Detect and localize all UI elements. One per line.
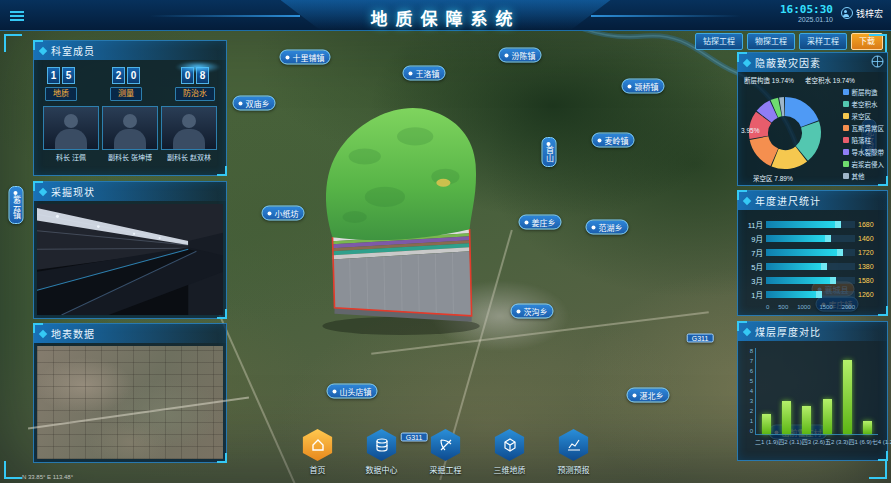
map-label[interactable]: 紫云镇 [9, 186, 24, 224]
coal-bar-四2[interactable] [782, 401, 791, 434]
footage-value: 1380 [858, 263, 882, 270]
map-label[interactable]: 湛北乡 [627, 388, 670, 403]
footage-bar[interactable] [766, 249, 843, 256]
legend-label: 岩浆岩侵入 [852, 159, 885, 169]
tunnel-photo[interactable] [37, 204, 223, 315]
member-group-label[interactable]: 防治水 [175, 87, 215, 101]
donut-callout: 断层构造 19.74% [744, 75, 794, 85]
footage-bar[interactable] [766, 235, 831, 242]
member-people: 科长 汪佩副科长 张坤博副科长 赵双林 [37, 103, 223, 162]
map-label[interactable]: 姜庄乡 [519, 215, 562, 230]
legend-item[interactable]: 采空区 [843, 111, 885, 121]
legend-item[interactable]: 断层构造 [843, 87, 885, 97]
member-group-label[interactable]: 测量 [110, 87, 142, 101]
panel-title: 隐蔽致灾因素 [755, 55, 821, 70]
nav-item-首页[interactable]: 首页 [294, 429, 342, 475]
geology-3d-model[interactable] [294, 86, 496, 338]
legend-item[interactable]: 岩浆岩侵入 [843, 159, 885, 169]
nav-item-数据中心[interactable]: 数据中心 [358, 429, 406, 475]
footage-bar-cap [816, 291, 822, 298]
bottom-nav: 首页数据中心采掘工程三维地质预测预报 [294, 429, 598, 475]
frame-corner [869, 461, 887, 479]
legend-item[interactable]: 其他 [843, 171, 885, 181]
map-label[interactable]: 汾陈镇 [499, 48, 542, 63]
axis-tick: 2000 [842, 304, 855, 310]
donut-callout: 采空区 7.89% [753, 173, 793, 183]
panel-surface-data: 地表数据 [33, 323, 227, 463]
panel-coal-thickness: 煤层厚度对比 876543210 二1 (1.9)四2 (3.1)四3 (2.6… [737, 321, 888, 461]
panel-icon [743, 196, 751, 204]
map-label[interactable]: 范湖乡 [586, 220, 629, 235]
strata-layers [333, 229, 472, 322]
axis-tick: 4 [743, 388, 753, 394]
map-label-text: 湛北乡 [640, 392, 664, 401]
footage-bar[interactable] [766, 277, 836, 284]
toolbar: 钻探工程物探工程采样工程下载 [695, 33, 883, 50]
coal-bar-七4[interactable] [863, 421, 872, 434]
toolbar-button-物探工程[interactable]: 物探工程 [747, 33, 795, 50]
map-label-text: 紫云镇 [12, 195, 21, 219]
member-caption: 副科长 赵双林 [167, 152, 211, 162]
map-label[interactable]: 双庙乡 [233, 96, 276, 111]
panel-icon [39, 46, 47, 54]
map-label[interactable]: 麦岭镇 [592, 133, 635, 148]
footage-row: 11月1680 [743, 217, 882, 231]
axis-tick: 0 [743, 428, 753, 434]
footage-row: 7月1720 [743, 245, 882, 259]
coal-bar-二1[interactable] [762, 414, 771, 434]
nav-label: 首页 [310, 464, 326, 475]
axis-tick: 2 [743, 408, 753, 414]
aerial-photo[interactable] [37, 346, 223, 459]
menu-icon[interactable] [10, 9, 24, 23]
map-label[interactable]: 十里铺镇 [280, 50, 331, 65]
member-count: 20 [112, 67, 140, 84]
coal-bar-五2[interactable] [823, 399, 832, 434]
axis-tick: 500 [778, 304, 788, 310]
nav-item-预测预报[interactable]: 预测预报 [550, 429, 598, 475]
coal-bar-四1[interactable] [843, 360, 852, 434]
map-label[interactable]: 首山 [542, 137, 557, 167]
map-label-text: G311 [692, 335, 709, 342]
map-label[interactable]: 颍桥镇 [622, 79, 665, 94]
donut-callout: 老空积水 19.74% [805, 75, 855, 85]
chart-legend: 断层构造老空积水采空区瓦斯异常区陷落柱导水裂隙带岩浆岩侵入其他 [843, 87, 885, 181]
nav-item-三维地质[interactable]: 三维地质 [486, 429, 534, 475]
map-label-text: 姜庄乡 [532, 219, 556, 228]
username: 钱梓宏 [856, 7, 883, 20]
nav-label: 三维地质 [494, 464, 526, 475]
map-label[interactable]: 茨沟乡 [511, 304, 554, 319]
member-group-label[interactable]: 地质 [45, 87, 77, 101]
legend-item[interactable]: 瓦斯异常区 [843, 123, 885, 133]
member-group: 15地质 [45, 67, 77, 101]
footage-value: 1260 [858, 291, 882, 298]
pin-icon [409, 72, 413, 76]
member-card: 副科长 张坤博 [102, 106, 158, 162]
member-card: 副科长 赵双林 [161, 106, 217, 162]
donut-slice-断层构造[interactable] [785, 97, 819, 127]
home-icon [301, 429, 335, 461]
coal-bar-四3[interactable] [802, 406, 811, 434]
footage-bar[interactable] [766, 221, 841, 228]
nav-item-采掘工程[interactable]: 采掘工程 [422, 429, 470, 475]
compass-icon[interactable] [871, 55, 884, 68]
footage-bar[interactable] [766, 291, 822, 298]
legend-item[interactable]: 导水裂隙带 [843, 147, 885, 157]
legend-item[interactable]: 老空积水 [843, 99, 885, 109]
panel-disaster-factors: 隐蔽致灾因素 断层构造老空积水采空区瓦斯异常区陷落柱导水裂隙带岩浆岩侵入其他 断… [737, 52, 888, 186]
footage-track [766, 291, 855, 298]
map-label[interactable]: G311 [687, 334, 714, 343]
axis-tick: 0 [766, 304, 769, 310]
legend-swatch [843, 137, 849, 143]
pin-icon [505, 54, 509, 58]
toolbar-button-采样工程[interactable]: 采样工程 [799, 33, 847, 50]
legend-item[interactable]: 陷落柱 [843, 135, 885, 145]
map-label[interactable]: 山头店镇 [327, 384, 378, 399]
user-menu[interactable]: 钱梓宏 [841, 7, 883, 20]
footage-month: 9月 [743, 233, 763, 244]
map-label[interactable]: 王洛镇 [403, 66, 446, 81]
toolbar-button-钻探工程[interactable]: 钻探工程 [695, 33, 743, 50]
footage-bar-chart: 11月16809月14607月17205月13803月15801月1260050… [741, 213, 884, 310]
footage-bar[interactable] [766, 263, 827, 270]
count-digit: 0 [127, 67, 140, 84]
panel-title: 科室成员 [51, 43, 95, 58]
